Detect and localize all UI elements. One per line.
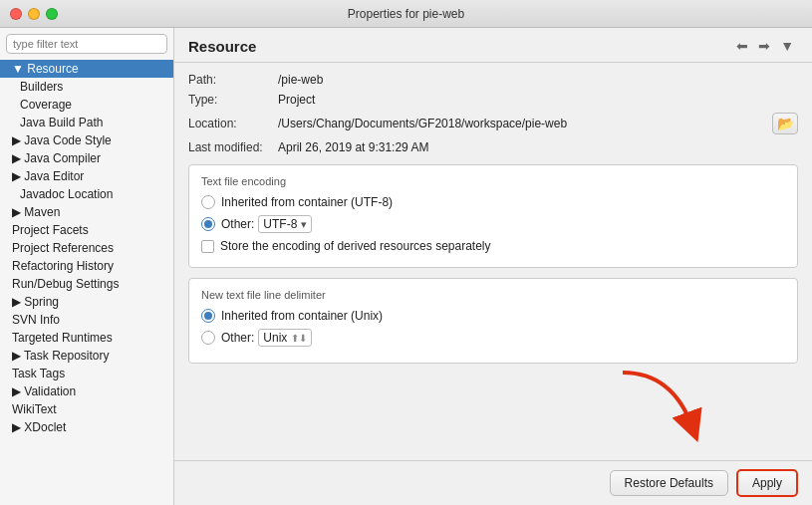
store-encoding-checkbox-row: Store the encoding of derived resources … xyxy=(201,239,785,253)
encoding-value: UTF-8 xyxy=(263,217,297,231)
nav-forward-button[interactable]: ➡ xyxy=(754,36,774,56)
sidebar-item-xdoclet[interactable]: ▶ XDoclet xyxy=(0,418,173,436)
text-encoding-section: Text file encoding Inherited from contai… xyxy=(188,164,798,268)
location-browse-button[interactable]: 📂 xyxy=(772,113,798,134)
sidebar-item-project-facets[interactable]: Project Facets xyxy=(0,221,173,239)
other-encoding-radio[interactable] xyxy=(201,217,215,231)
close-button[interactable] xyxy=(10,8,22,20)
panel-nav-buttons: ⬅ ➡ ▼ xyxy=(732,36,798,56)
panel-footer: Restore Defaults Apply xyxy=(174,460,812,505)
other-delimiter-label: Other: xyxy=(221,331,254,345)
last-modified-row: Last modified: April 26, 2019 at 9:31:29… xyxy=(188,140,798,154)
sidebar-item-project-references[interactable]: Project References xyxy=(0,239,173,257)
location-label: Location: xyxy=(188,117,278,130)
titlebar-buttons xyxy=(10,8,58,20)
line-delimiter-label: New text file line delimiter xyxy=(201,289,785,301)
sidebar-item-run-debug[interactable]: Run/Debug Settings xyxy=(0,275,173,293)
sidebar-item-javadoc[interactable]: Javadoc Location xyxy=(0,185,173,203)
right-panel: Resource ⬅ ➡ ▼ Path: /pie-web Type: Proj… xyxy=(174,28,812,505)
encoding-dropdown-arrow: ▾ xyxy=(301,218,307,231)
type-value: Project xyxy=(278,93,315,107)
store-encoding-label: Store the encoding of derived resources … xyxy=(220,239,491,253)
sidebar-item-maven[interactable]: ▶ Maven xyxy=(0,203,173,221)
text-encoding-label: Text file encoding xyxy=(201,175,785,187)
inherited-unix-radio[interactable] xyxy=(201,309,215,323)
inherited-encoding-radio[interactable] xyxy=(201,195,215,209)
sidebar-item-refactoring[interactable]: Refactoring History xyxy=(0,257,173,275)
inherited-unix-label: Inherited from container (Unix) xyxy=(221,309,383,323)
location-value: /Users/Chang/Documents/GF2018/workspace/… xyxy=(278,117,766,130)
sidebar-item-java-editor[interactable]: ▶ Java Editor xyxy=(0,167,173,185)
inherited-encoding-label: Inherited from container (UTF-8) xyxy=(221,195,393,209)
nav-dropdown-button[interactable]: ▼ xyxy=(776,36,798,56)
apply-button[interactable]: Apply xyxy=(736,469,798,497)
path-value: /pie-web xyxy=(278,73,323,87)
sidebar-item-spring[interactable]: ▶ Spring xyxy=(0,293,173,311)
sidebar-item-svn[interactable]: SVN Info xyxy=(0,311,173,329)
sidebar-item-resource[interactable]: ▼ Resource xyxy=(0,60,173,78)
sidebar-item-task-repository[interactable]: ▶ Task Repository xyxy=(0,347,173,365)
sidebar-item-java-code-style[interactable]: ▶ Java Code Style xyxy=(0,131,173,149)
sidebar-item-builders[interactable]: Builders xyxy=(0,78,173,96)
other-delimiter-radio[interactable] xyxy=(201,331,215,345)
delimiter-select[interactable]: Unix ⬆⬇ xyxy=(258,329,312,347)
browse-icon: 📂 xyxy=(777,116,794,131)
last-modified-label: Last modified: xyxy=(188,140,278,154)
store-encoding-checkbox[interactable] xyxy=(201,240,214,253)
sidebar-item-wikitext[interactable]: WikiText xyxy=(0,400,173,418)
inherited-encoding-radio-row: Inherited from container (UTF-8) xyxy=(201,195,785,209)
main-content: ▼ Resource Builders Coverage Java Build … xyxy=(0,28,812,505)
delimiter-dropdown-arrow: ⬆⬇ xyxy=(291,333,307,344)
window-title: Properties for pie-web xyxy=(348,7,464,21)
nav-back-button[interactable]: ⬅ xyxy=(732,36,752,56)
path-label: Path: xyxy=(188,73,278,87)
sidebar-item-java-build-path[interactable]: Java Build Path xyxy=(0,114,173,131)
inherited-unix-radio-row: Inherited from container (Unix) xyxy=(201,309,785,323)
encoding-select[interactable]: UTF-8 ▾ xyxy=(258,215,312,233)
minimize-button[interactable] xyxy=(28,8,40,20)
sidebar-item-targeted-runtimes[interactable]: Targeted Runtimes xyxy=(0,329,173,347)
panel-title: Resource xyxy=(188,38,256,55)
line-delimiter-section: New text file line delimiter Inherited f… xyxy=(188,278,798,364)
type-row: Type: Project xyxy=(188,93,798,107)
sidebar-item-java-compiler[interactable]: ▶ Java Compiler xyxy=(0,149,173,167)
last-modified-value: April 26, 2019 at 9:31:29 AM xyxy=(278,140,428,154)
restore-defaults-button[interactable]: Restore Defaults xyxy=(610,470,728,496)
location-row: Location: /Users/Chang/Documents/GF2018/… xyxy=(188,113,798,134)
sidebar-items: ▼ Resource Builders Coverage Java Build … xyxy=(0,60,173,505)
titlebar: Properties for pie-web xyxy=(0,0,812,28)
sidebar-item-task-tags[interactable]: Task Tags xyxy=(0,365,173,382)
other-encoding-radio-row: Other: UTF-8 ▾ xyxy=(201,215,785,233)
maximize-button[interactable] xyxy=(46,8,58,20)
filter-input[interactable] xyxy=(6,34,167,54)
sidebar-item-coverage[interactable]: Coverage xyxy=(0,96,173,114)
sidebar-item-validation[interactable]: ▶ Validation xyxy=(0,382,173,400)
other-encoding-label: Other: xyxy=(221,217,254,231)
type-label: Type: xyxy=(188,93,278,107)
path-row: Path: /pie-web xyxy=(188,73,798,87)
other-delimiter-radio-row: Other: Unix ⬆⬇ xyxy=(201,329,785,347)
panel-header: Resource ⬅ ➡ ▼ xyxy=(174,28,812,63)
panel-body: Path: /pie-web Type: Project Location: /… xyxy=(174,63,812,460)
delimiter-value: Unix xyxy=(263,331,287,345)
sidebar: ▼ Resource Builders Coverage Java Build … xyxy=(0,28,174,505)
